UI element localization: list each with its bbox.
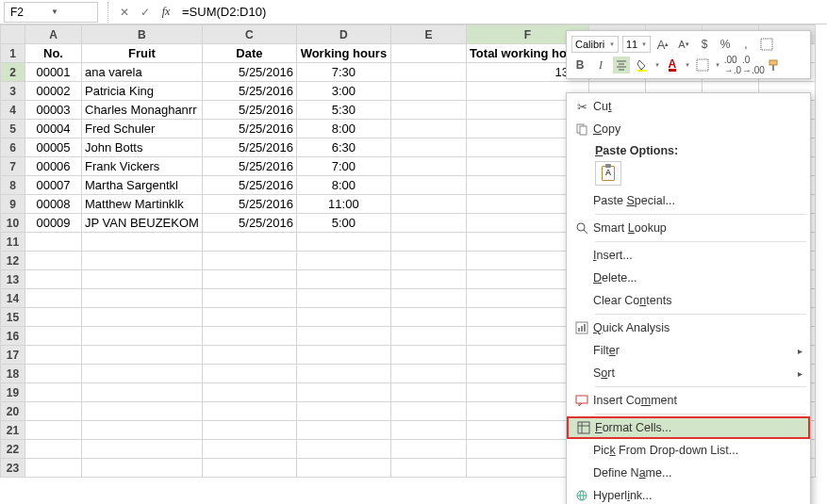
menu-sort[interactable]: Sort ▸ [567,362,810,384]
cell[interactable] [202,270,296,289]
cell[interactable] [25,252,82,270]
cell[interactable] [25,327,82,346]
paste-button[interactable] [595,161,621,186]
row-header[interactable]: 18 [1,365,25,383]
cell[interactable] [202,252,296,270]
cell[interactable] [202,440,296,459]
cell[interactable] [82,233,203,252]
cell[interactable] [390,346,466,365]
cell[interactable] [82,459,203,478]
cell[interactable]: 00003 [25,101,82,120]
row-header[interactable]: 7 [1,157,25,176]
row-header[interactable]: 20 [1,402,25,421]
cell[interactable] [82,270,203,289]
cell[interactable] [25,289,82,308]
cell[interactable] [296,289,390,308]
column-header[interactable]: B [82,25,203,44]
row-header[interactable]: 15 [1,308,25,327]
cell[interactable] [296,270,390,289]
cell[interactable]: 11:00 [296,195,390,214]
menu-hyperlink[interactable]: Hyperlink... [567,484,810,504]
fill-color-icon[interactable] [634,57,651,73]
cell[interactable] [202,402,296,421]
row-header[interactable]: 5 [1,120,25,138]
align-center-icon[interactable] [613,57,630,73]
column-header[interactable]: E [390,25,466,44]
row-header[interactable]: 17 [1,346,25,365]
cell[interactable]: 5/25/2016 [202,101,296,120]
cell[interactable]: Matthew Martinklk [82,195,203,214]
font-name-select[interactable]: Calibri▼ [571,36,619,53]
dropdown-icon[interactable]: ▼ [685,62,690,68]
menu-filter[interactable]: Filter ▸ [567,339,810,362]
percent-format-icon[interactable]: % [717,36,734,53]
cell[interactable] [25,459,82,478]
cell[interactable] [202,308,296,327]
cell[interactable]: ana varela [82,63,203,82]
cell[interactable] [25,440,82,459]
cell[interactable] [82,289,203,308]
cell[interactable] [202,327,296,346]
menu-smart-lookup[interactable]: Smart Lookup [567,217,810,239]
menu-pick-from-list[interactable]: Pick From Drop-down List... [567,439,810,462]
cell[interactable] [390,82,466,101]
cell[interactable]: 5:30 [296,101,390,120]
cancel-button[interactable]: ✕ [114,6,135,19]
cell[interactable] [296,308,390,327]
cell[interactable] [296,421,390,440]
menu-delete[interactable]: Delete... [567,267,810,289]
format-painter-icon[interactable] [766,57,783,73]
cell[interactable] [202,421,296,440]
column-header[interactable]: D [296,25,390,44]
cell[interactable] [390,270,466,289]
cell[interactable]: 5/25/2016 [202,195,296,214]
column-header[interactable]: C [202,25,296,44]
column-header[interactable]: A [25,25,82,44]
name-box[interactable]: F2 ▼ [4,2,98,23]
row-header[interactable]: 6 [1,138,25,157]
cell[interactable] [296,252,390,270]
row-header[interactable]: 23 [1,459,25,478]
cell[interactable] [390,63,466,82]
menu-insert-comment[interactable]: Insert Comment [567,389,810,412]
cell[interactable] [390,120,466,138]
cell[interactable]: 5/25/2016 [202,157,296,176]
cell[interactable]: 00006 [25,157,82,176]
cell[interactable] [82,440,203,459]
cell[interactable] [82,365,203,383]
cell[interactable] [390,365,466,383]
row-header[interactable]: 13 [1,270,25,289]
menu-define-name[interactable]: Define Name... [567,462,810,484]
row-header[interactable]: 9 [1,195,25,214]
cell[interactable]: 3:00 [296,82,390,101]
cell[interactable]: 5/25/2016 [202,138,296,157]
row-header[interactable]: 14 [1,289,25,308]
cell[interactable] [202,289,296,308]
cell[interactable] [390,421,466,440]
cell[interactable]: Fred Schuler [82,120,203,138]
cell[interactable] [390,214,466,233]
cell[interactable]: 8:00 [296,120,390,138]
formula-input[interactable]: =SUM(D2:D10) [176,5,827,19]
increase-decimal-icon[interactable]: .0→.00 [745,57,762,73]
cell[interactable]: 5:00 [296,214,390,233]
cell[interactable] [390,157,466,176]
cell[interactable] [390,44,466,63]
menu-insert[interactable]: Insert... [567,244,810,267]
italic-button[interactable]: I [592,57,609,73]
font-color-icon[interactable]: A [664,57,681,73]
decrease-font-icon[interactable]: A▾ [675,36,692,53]
font-size-select[interactable]: 11▼ [622,36,651,53]
cell[interactable]: 7:00 [296,157,390,176]
cell[interactable] [390,101,466,120]
cell[interactable]: 00007 [25,176,82,195]
cell[interactable] [25,383,82,402]
increase-font-icon[interactable]: A▴ [654,36,671,53]
row-header[interactable]: 2 [1,63,25,82]
row-header[interactable]: 8 [1,176,25,195]
bold-button[interactable]: B [571,57,588,73]
cell[interactable]: 00004 [25,120,82,138]
cell[interactable] [25,402,82,421]
decrease-decimal-icon[interactable]: .00→.0 [724,57,741,73]
cell[interactable]: 6:30 [296,138,390,157]
